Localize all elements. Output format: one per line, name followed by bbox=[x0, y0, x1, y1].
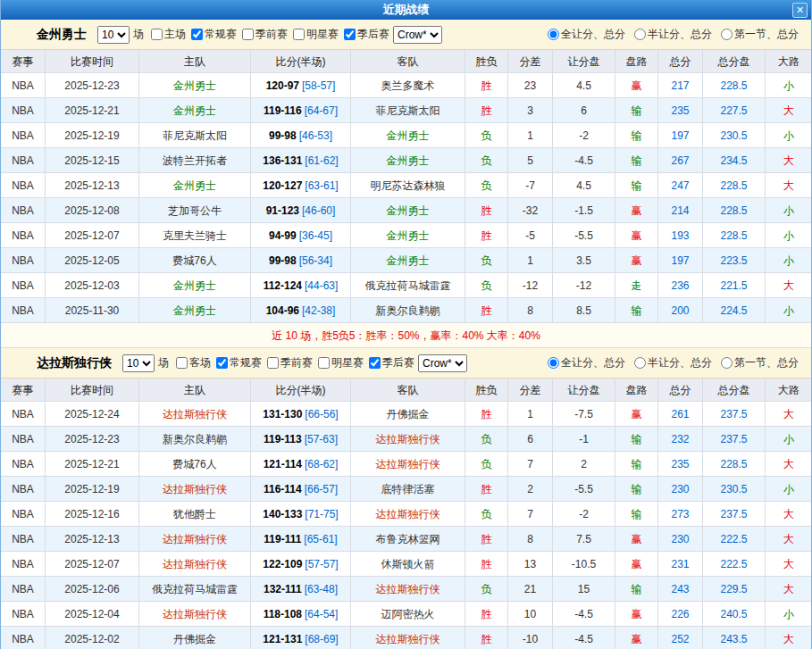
cell-total-points: 217 bbox=[658, 73, 703, 98]
games-count-select[interactable]: 10 bbox=[122, 354, 155, 372]
filter-checkbox[interactable] bbox=[267, 357, 279, 369]
stat-type-radio[interactable] bbox=[548, 29, 559, 40]
column-header: 大路 bbox=[766, 379, 812, 402]
cell-score: 91-123[46-60] bbox=[251, 198, 351, 223]
cell-home-team: 丹佛掘金 bbox=[139, 627, 251, 649]
half-time-score: [46-60] bbox=[302, 204, 335, 217]
full-time-score: 99-98 bbox=[269, 129, 297, 142]
cell-score: 116-114[66-57] bbox=[251, 477, 351, 502]
full-time-score: 132-111 bbox=[264, 583, 302, 595]
cell-result: 胜 bbox=[465, 98, 508, 123]
cell-handicap-result: 赢 bbox=[615, 527, 658, 552]
full-time-score: 91-123 bbox=[266, 204, 299, 217]
cell-away-team: 底特律活塞 bbox=[351, 477, 465, 502]
table-row: NBA2025-12-16犹他爵士140-133[71-75]达拉斯独行侠负7-… bbox=[1, 502, 811, 527]
table-row: NBA2025-12-21金州勇士119-116[64-67]菲尼克斯太阳胜36… bbox=[1, 98, 811, 123]
cell-handicap-line: -4.5 bbox=[553, 602, 615, 627]
filter-checkbox[interactable] bbox=[318, 357, 330, 369]
cell-home-team: 达拉斯独行侠 bbox=[139, 527, 251, 552]
cell-league: NBA bbox=[1, 98, 46, 123]
cell-date: 2025-12-13 bbox=[46, 173, 139, 198]
cell-score: 119-113[57-63] bbox=[251, 427, 351, 452]
half-time-score: [36-45] bbox=[299, 229, 332, 242]
full-time-score: 120-97 bbox=[266, 79, 299, 92]
filter-checkbox[interactable] bbox=[293, 29, 305, 40]
sections-container: 金州勇士10场主场常规赛季前赛明星赛季后赛Crow*全让分、总分半让分、总分第一… bbox=[1, 20, 811, 649]
close-icon[interactable]: ✕ bbox=[792, 3, 808, 18]
cell-handicap-line: -1 bbox=[553, 427, 615, 452]
filter-checkbox[interactable] bbox=[216, 357, 228, 369]
table-row: NBA2025-12-15波特兰开拓者136-131[61-62]金州勇士负5-… bbox=[1, 148, 811, 173]
cell-score: 121-131[68-69] bbox=[251, 627, 351, 649]
filter-checkbox-label: 主场 bbox=[147, 27, 186, 42]
filter-checkbox[interactable] bbox=[176, 357, 188, 369]
cell-date: 2025-12-07 bbox=[46, 552, 139, 577]
cell-home-team: 金州勇士 bbox=[139, 73, 251, 98]
games-count-select[interactable]: 10 bbox=[97, 26, 130, 44]
cell-result: 负 bbox=[465, 452, 508, 477]
cell-home-team: 新奥尔良鹈鹕 bbox=[139, 427, 251, 452]
filter-checkbox-label: 季前赛 bbox=[239, 27, 288, 42]
column-header: 比赛时间 bbox=[46, 50, 139, 73]
cell-home-team: 金州勇士 bbox=[139, 98, 251, 123]
table-row: NBA2025-12-02丹佛掘金121-131[68-69]达拉斯独行侠胜-1… bbox=[1, 627, 811, 649]
cell-total-line: 227.5 bbox=[703, 98, 766, 123]
cell-league: NBA bbox=[1, 427, 46, 452]
cell-away-team: 金州勇士 bbox=[351, 223, 465, 248]
cell-score: 94-99[36-45] bbox=[251, 223, 351, 248]
stat-type-radio[interactable] bbox=[634, 357, 646, 369]
dialog-title: 近期战绩 bbox=[1, 0, 811, 20]
half-time-score: [58-57] bbox=[302, 79, 335, 92]
filter-checkbox-label: 客场 bbox=[172, 355, 211, 370]
cell-point-diff: 13 bbox=[508, 552, 553, 577]
cell-score: 112-124[44-63] bbox=[251, 273, 351, 298]
cell-total-points: 226 bbox=[658, 602, 703, 627]
half-time-score: [44-63] bbox=[305, 279, 338, 292]
cell-home-team: 波特兰开拓者 bbox=[139, 148, 251, 173]
cell-away-team: 金州勇士 bbox=[351, 123, 465, 148]
cell-total-line: 222.5 bbox=[703, 527, 766, 552]
cell-league: NBA bbox=[1, 627, 46, 649]
full-time-score: 121-114 bbox=[264, 458, 302, 470]
cell-total-points: 230 bbox=[658, 477, 703, 502]
cell-date: 2025-12-21 bbox=[46, 452, 139, 477]
half-time-score: [42-38] bbox=[302, 304, 335, 317]
cell-league: NBA bbox=[1, 602, 46, 627]
half-time-score: [66-57] bbox=[305, 483, 338, 495]
table-header-row: 赛事比赛时间主队比分(半场)客队胜负分差让分盘盘路总分总分盘大路 bbox=[1, 50, 811, 73]
stat-type-radio[interactable] bbox=[721, 29, 732, 40]
cell-league: NBA bbox=[1, 273, 46, 298]
stat-type-radio[interactable] bbox=[634, 29, 646, 40]
cell-over-under: 小 bbox=[766, 73, 812, 98]
full-time-score: 136-131 bbox=[263, 154, 302, 167]
cell-home-team: 费城76人 bbox=[139, 452, 251, 477]
cell-date: 2025-12-02 bbox=[46, 627, 139, 649]
cell-date: 2025-12-03 bbox=[46, 273, 139, 298]
cell-score: 119-116[64-67] bbox=[251, 98, 351, 123]
team-name: 达拉斯独行侠 bbox=[37, 355, 112, 371]
filter-checkbox[interactable] bbox=[242, 29, 254, 40]
cell-over-under: 小 bbox=[766, 298, 812, 323]
column-header: 比分(半场) bbox=[251, 379, 351, 402]
cell-result: 胜 bbox=[465, 477, 508, 502]
column-header: 胜负 bbox=[465, 379, 508, 402]
cell-handicap-result: 输 bbox=[615, 477, 658, 502]
cell-point-diff: 8 bbox=[508, 527, 553, 552]
stat-type-radio[interactable] bbox=[548, 357, 559, 369]
filter-checkbox[interactable] bbox=[344, 29, 356, 40]
half-time-score: [64-54] bbox=[305, 608, 338, 620]
cell-result: 负 bbox=[465, 248, 508, 273]
mode-select[interactable]: Crow* bbox=[418, 354, 467, 372]
filter-checkbox[interactable] bbox=[191, 29, 203, 40]
cell-total-line: 228.5 bbox=[703, 198, 766, 223]
mode-select[interactable]: Crow* bbox=[393, 26, 442, 44]
filter-checkbox[interactable] bbox=[369, 357, 381, 369]
column-header: 总分盘 bbox=[703, 379, 766, 402]
filter-checkbox[interactable] bbox=[151, 29, 163, 40]
stat-type-radio[interactable] bbox=[721, 357, 732, 369]
cell-date: 2025-12-08 bbox=[46, 198, 139, 223]
cell-over-under: 大 bbox=[766, 502, 812, 527]
cell-handicap-line: -12 bbox=[553, 273, 615, 298]
cell-home-team: 达拉斯独行侠 bbox=[139, 602, 251, 627]
column-header: 总分 bbox=[658, 379, 703, 402]
